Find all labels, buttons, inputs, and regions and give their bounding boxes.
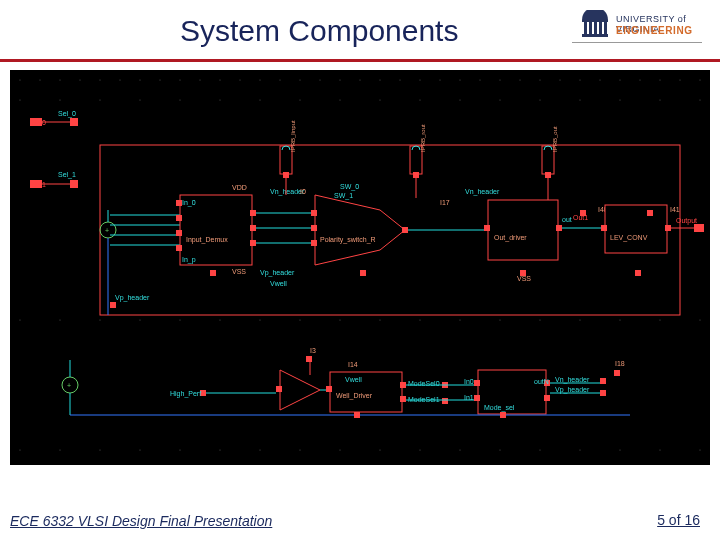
lev-conv-label: LEV_CONV bbox=[610, 234, 648, 242]
svg-marker-126 bbox=[315, 195, 405, 265]
svg-rect-119 bbox=[250, 210, 256, 216]
svg-rect-117 bbox=[176, 230, 182, 236]
schematic-canvas: Sel0 Sel_0 Sel1 Sel_1 + Input_Demux VDD … bbox=[10, 70, 710, 465]
svg-marker-178 bbox=[280, 370, 320, 410]
svg-point-9 bbox=[79, 79, 80, 80]
svg-rect-182 bbox=[306, 356, 312, 362]
svg-point-47 bbox=[259, 99, 260, 100]
svg-point-55 bbox=[579, 99, 580, 100]
svg-point-56 bbox=[619, 99, 620, 100]
svg-point-78 bbox=[59, 449, 60, 450]
svg-point-28 bbox=[459, 79, 460, 80]
svg-point-86 bbox=[379, 449, 380, 450]
svg-point-68 bbox=[379, 319, 380, 320]
svg-point-82 bbox=[219, 449, 220, 450]
svg-point-84 bbox=[299, 449, 300, 450]
svg-text:I0: I0 bbox=[300, 188, 306, 195]
svg-rect-203 bbox=[614, 370, 620, 376]
slide-title: System Components bbox=[180, 14, 458, 48]
svg-text:VSS: VSS bbox=[517, 275, 531, 282]
svg-point-33 bbox=[559, 79, 560, 80]
svg-text:out: out bbox=[562, 216, 572, 223]
svg-text:+: + bbox=[67, 382, 71, 389]
svg-point-54 bbox=[539, 99, 540, 100]
svg-rect-120 bbox=[250, 225, 256, 231]
svg-rect-185 bbox=[326, 386, 332, 392]
svg-point-43 bbox=[99, 99, 100, 100]
svg-point-62 bbox=[139, 319, 140, 320]
svg-rect-136 bbox=[488, 200, 558, 260]
svg-point-8 bbox=[59, 79, 60, 80]
svg-point-6 bbox=[19, 79, 20, 80]
svg-point-70 bbox=[459, 319, 460, 320]
svg-rect-115 bbox=[176, 200, 182, 206]
footer-left: ECE 6332 VLSI Design Final Presentation bbox=[10, 513, 272, 529]
svg-point-46 bbox=[219, 99, 220, 100]
sel1-label: Sel_1 bbox=[58, 171, 76, 179]
svg-rect-156 bbox=[635, 270, 641, 276]
schematic-svg: Sel0 Sel_0 Sel1 Sel_1 + Input_Demux VDD … bbox=[10, 70, 710, 465]
svg-text:Vp_header: Vp_header bbox=[115, 294, 150, 302]
svg-point-69 bbox=[419, 319, 420, 320]
svg-rect-129 bbox=[311, 210, 317, 216]
svg-point-35 bbox=[599, 79, 600, 80]
svg-point-17 bbox=[239, 79, 240, 80]
svg-rect-198 bbox=[600, 378, 606, 384]
svg-rect-137 bbox=[484, 225, 490, 231]
svg-rect-138 bbox=[556, 225, 562, 231]
svg-text:In_p: In_p bbox=[182, 256, 196, 264]
svg-rect-118 bbox=[176, 245, 182, 251]
svg-point-7 bbox=[39, 79, 40, 80]
svg-rect-199 bbox=[600, 390, 606, 396]
svg-point-29 bbox=[479, 79, 480, 80]
svg-point-44 bbox=[139, 99, 140, 100]
svg-rect-164 bbox=[413, 172, 419, 178]
svg-point-42 bbox=[59, 99, 60, 100]
svg-point-31 bbox=[519, 79, 520, 80]
svg-point-75 bbox=[659, 319, 660, 320]
svg-point-88 bbox=[459, 449, 460, 450]
input-demux-label: Input_Demux bbox=[186, 236, 228, 244]
svg-text:I17: I17 bbox=[440, 199, 450, 206]
svg-rect-206 bbox=[500, 412, 506, 418]
svg-rect-153 bbox=[360, 270, 366, 276]
svg-point-14 bbox=[179, 79, 180, 80]
svg-point-76 bbox=[699, 319, 700, 320]
svg-point-16 bbox=[219, 79, 220, 80]
rotunda-icon bbox=[580, 10, 610, 40]
svg-point-53 bbox=[499, 99, 500, 100]
svg-rect-143 bbox=[605, 205, 667, 253]
svg-rect-187 bbox=[400, 396, 406, 402]
svg-point-25 bbox=[399, 79, 400, 80]
out-driver-label: Out_driver bbox=[494, 234, 527, 242]
svg-rect-98 bbox=[70, 118, 78, 126]
svg-point-79 bbox=[99, 449, 100, 450]
svg-rect-195 bbox=[474, 395, 480, 401]
svg-rect-0 bbox=[584, 22, 587, 34]
svg-point-81 bbox=[179, 449, 180, 450]
svg-text:I18: I18 bbox=[615, 360, 625, 367]
svg-point-73 bbox=[579, 319, 580, 320]
svg-point-90 bbox=[539, 449, 540, 450]
svg-rect-194 bbox=[474, 380, 480, 386]
modesel0: ModeSel0 bbox=[408, 380, 440, 387]
svg-point-38 bbox=[659, 79, 660, 80]
well-driver-label: Well_Driver bbox=[336, 392, 373, 400]
svg-point-48 bbox=[299, 99, 300, 100]
svg-rect-5 bbox=[582, 34, 608, 37]
svg-text:SW_1: SW_1 bbox=[334, 192, 353, 200]
svg-rect-144 bbox=[601, 225, 607, 231]
svg-point-20 bbox=[299, 79, 300, 80]
polarity-switch-label: Polarity_switch_R bbox=[320, 236, 376, 244]
svg-point-92 bbox=[619, 449, 620, 450]
slide-header: System Components UNIVERSITY of VIRGINIA… bbox=[0, 0, 720, 62]
svg-rect-179 bbox=[276, 386, 282, 392]
svg-point-32 bbox=[539, 79, 540, 80]
svg-rect-121 bbox=[250, 240, 256, 246]
svg-text:Vp_header: Vp_header bbox=[260, 269, 295, 277]
svg-rect-116 bbox=[176, 215, 182, 221]
svg-point-71 bbox=[499, 319, 500, 320]
svg-point-36 bbox=[619, 79, 620, 80]
svg-point-22 bbox=[339, 79, 340, 80]
svg-rect-149 bbox=[694, 224, 704, 232]
